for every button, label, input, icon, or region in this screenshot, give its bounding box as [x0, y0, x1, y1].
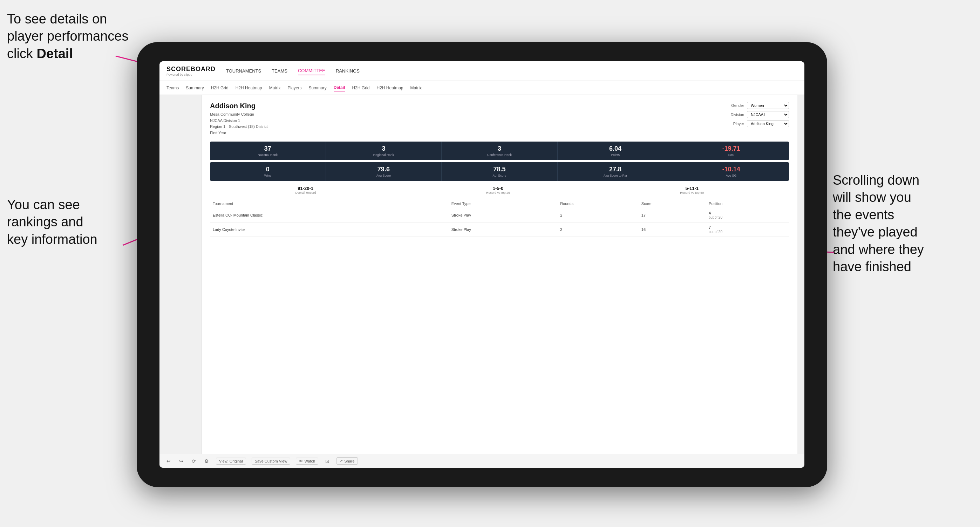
- tab-h2h-heatmap2[interactable]: H2H Heatmap: [376, 85, 403, 91]
- player-year: First Year: [210, 130, 267, 136]
- score-1: 17: [639, 208, 706, 222]
- gender-filter: Gender Women Men: [731, 102, 789, 109]
- logo-area: SCOREBOARD Powered by clippd: [167, 65, 216, 76]
- gender-label: Gender: [731, 103, 744, 108]
- table-row[interactable]: Estella CC- Mountain Classic Stroke Play…: [210, 208, 789, 222]
- records-row: 91-20-1 Overall Record 1-5-0 Record vs t…: [210, 184, 789, 196]
- nav-tournaments[interactable]: TOURNAMENTS: [226, 67, 261, 75]
- overall-record-label: Overall Record: [295, 191, 316, 194]
- position-2: 7 out of 20: [706, 222, 789, 237]
- player-name: Addison King: [210, 102, 267, 110]
- table-row[interactable]: Lady Coyote Invite Stroke Play 2 16 7 ou…: [210, 222, 789, 237]
- player-filter: Player Addison King: [733, 120, 789, 127]
- stat-regional-rank-value: 3: [329, 145, 439, 152]
- stat-points-label: Points: [560, 153, 670, 157]
- nav-committee[interactable]: COMMITTEE: [298, 67, 325, 75]
- annotation-bottom-left: You can see rankings and key information: [7, 196, 133, 248]
- tournament-table: Tournament Event Type Rounds Score Posit…: [210, 199, 789, 237]
- stat-adj-score-label: Adj Score: [444, 174, 555, 177]
- col-tournament: Tournament: [210, 199, 449, 208]
- division-select[interactable]: NJCAA I NJCAA II: [747, 111, 789, 118]
- stat-sos: -19.71 SoS: [673, 141, 789, 160]
- tab-matrix[interactable]: Matrix: [269, 85, 281, 91]
- undo-btn[interactable]: ↩: [165, 458, 172, 465]
- bottom-toolbar: ↩ ↪ ⟳ ⚙ View: Original Save Custom View …: [159, 454, 804, 468]
- tab-summary[interactable]: Summary: [186, 85, 204, 91]
- tab-teams[interactable]: Teams: [167, 85, 179, 91]
- sub-nav: Teams Summary H2H Grid H2H Heatmap Matri…: [159, 81, 804, 95]
- stats-row-1: 37 National Rank 3 Regional Rank 3 Confe…: [210, 141, 789, 160]
- top25-record-value: 1-5-0: [486, 186, 510, 191]
- player-info: Addison King Mesa Community College NJCA…: [210, 102, 267, 136]
- settings-btn[interactable]: ⚙: [203, 458, 210, 465]
- stat-conference-rank-value: 3: [444, 145, 555, 152]
- right-sidebar: [797, 95, 804, 454]
- refresh-btn[interactable]: ⟳: [190, 458, 197, 465]
- stat-wins-value: 0: [213, 166, 323, 173]
- stat-national-rank-value: 37: [213, 145, 323, 152]
- stat-regional-rank-label: Regional Rank: [329, 153, 439, 157]
- player-filters: Gender Women Men Division NJCAA I NJCAA …: [730, 102, 789, 127]
- col-event-type: Event Type: [449, 199, 557, 208]
- position-1: 4 out of 20: [706, 208, 789, 222]
- device-btn[interactable]: ⊡: [324, 458, 331, 465]
- stat-avg-score: 79.6 Avg Score: [326, 162, 442, 181]
- nav-teams[interactable]: TEAMS: [272, 67, 287, 75]
- tab-matrix2[interactable]: Matrix: [410, 85, 422, 91]
- top50-record: 5-11-1 Record vs top 50: [680, 186, 704, 194]
- player-filter-label: Player: [733, 122, 744, 126]
- division-filter: Division NJCAA I NJCAA II: [730, 111, 789, 118]
- nav-items: TOURNAMENTS TEAMS COMMITTEE RANKINGS: [226, 67, 797, 75]
- stat-conference-rank: 3 Conference Rank: [442, 141, 558, 160]
- share-btn[interactable]: ↗ Share: [336, 457, 358, 465]
- watch-label: Watch: [304, 459, 315, 463]
- stat-avg-score-label: Avg Score: [329, 174, 439, 177]
- view-original-btn[interactable]: View: Original: [216, 458, 246, 465]
- nav-rankings[interactable]: RANKINGS: [336, 67, 360, 75]
- tab-h2h-grid2[interactable]: H2H Grid: [352, 85, 369, 91]
- logo-text: SCOREBOARD: [167, 65, 216, 73]
- redo-btn[interactable]: ↪: [178, 458, 185, 465]
- gender-select[interactable]: Women Men: [747, 102, 789, 109]
- stat-national-rank-label: National Rank: [213, 153, 323, 157]
- stat-conference-rank-label: Conference Rank: [444, 153, 555, 157]
- col-position: Position: [706, 199, 789, 208]
- position-detail-2: out of 20: [709, 230, 722, 234]
- col-rounds: Rounds: [557, 199, 639, 208]
- tab-summary2[interactable]: Summary: [309, 85, 326, 91]
- view-original-label: View: Original: [219, 459, 243, 463]
- watch-icon: 👁: [299, 459, 303, 463]
- position-value-1: 4: [709, 211, 711, 215]
- stat-adj-score-value: 78.5: [444, 166, 555, 173]
- stat-avg-score-par-value: 27.8: [560, 166, 670, 173]
- stat-avg-sg-value: -10.14: [676, 166, 786, 173]
- tab-h2h-grid[interactable]: H2H Grid: [211, 85, 229, 91]
- division-label: Division: [730, 113, 744, 117]
- watch-btn[interactable]: 👁 Watch: [296, 458, 318, 465]
- tab-players[interactable]: Players: [287, 85, 301, 91]
- position-value-2: 7: [709, 225, 711, 230]
- stat-national-rank: 37 National Rank: [210, 141, 326, 160]
- player-school: Mesa Community College: [210, 111, 267, 118]
- tablet-screen: SCOREBOARD Powered by clippd TOURNAMENTS…: [159, 61, 804, 468]
- stat-sos-value: -19.71: [676, 145, 786, 152]
- position-detail-1: out of 20: [709, 216, 722, 219]
- stat-sos-label: SoS: [676, 153, 786, 157]
- content-area: Addison King Mesa Community College NJCA…: [202, 95, 797, 454]
- stat-avg-score-par: 27.8 Avg Score to Par: [558, 162, 674, 181]
- top50-record-value: 5-11-1: [680, 186, 704, 191]
- annotation-right: Scrolling down will show you the events …: [833, 172, 973, 275]
- player-select[interactable]: Addison King: [747, 120, 789, 127]
- player-region: Region 1 - Southwest (18) District: [210, 124, 267, 130]
- stat-adj-score: 78.5 Adj Score: [442, 162, 558, 181]
- logo-sub: Powered by clippd: [167, 73, 216, 76]
- tab-detail[interactable]: Detail: [334, 84, 345, 92]
- tab-h2h-heatmap[interactable]: H2H Heatmap: [235, 85, 262, 91]
- col-score: Score: [639, 199, 706, 208]
- score-2: 16: [639, 222, 706, 237]
- stat-wins: 0 Wins: [210, 162, 326, 181]
- stat-avg-sg: -10.14 Avg SG: [673, 162, 789, 181]
- save-custom-btn[interactable]: Save Custom View: [252, 458, 291, 465]
- player-header: Addison King Mesa Community College NJCA…: [210, 102, 789, 136]
- top25-record-label: Record vs top 25: [486, 191, 510, 194]
